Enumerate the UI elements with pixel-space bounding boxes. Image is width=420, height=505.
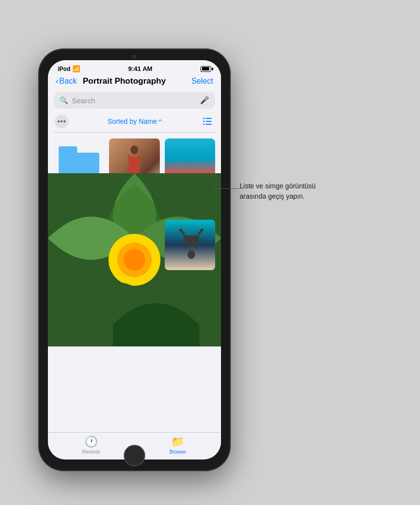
photo-leafy-image	[109, 220, 159, 270]
file-grid: Cottage remodel 6 items	[48, 133, 221, 432]
photo-thumbnail-leafy	[109, 220, 159, 270]
file-item-leafy[interactable]: Leafy Shadows 8/2/172.3 MB	[109, 220, 159, 295]
photo-mark-image	[165, 220, 215, 270]
phone-screen: iPod 📶 9:41 AM ‹ Back Portrait Photograp…	[48, 60, 221, 459]
svg-point-17	[124, 249, 145, 270]
annotation-line2: arasında geçiş yapın.	[240, 192, 305, 200]
phone-device: iPod 📶 9:41 AM ‹ Back Portrait Photograp…	[39, 49, 230, 470]
annotation-line	[215, 188, 240, 189]
svg-point-19	[187, 250, 195, 259]
photo-thumbnail-mark	[165, 220, 215, 270]
annotation: Liste ve simge görüntüsü arasında geçiş …	[240, 181, 401, 202]
home-button[interactable]	[124, 445, 145, 466]
annotation-text: Liste ve simge görüntüsü arasında geçiş …	[240, 181, 401, 202]
annotation-line1: Liste ve simge görüntüsü	[240, 182, 316, 190]
camera-dot	[132, 54, 137, 59]
scene: iPod 📶 9:41 AM ‹ Back Portrait Photograp…	[0, 0, 420, 505]
